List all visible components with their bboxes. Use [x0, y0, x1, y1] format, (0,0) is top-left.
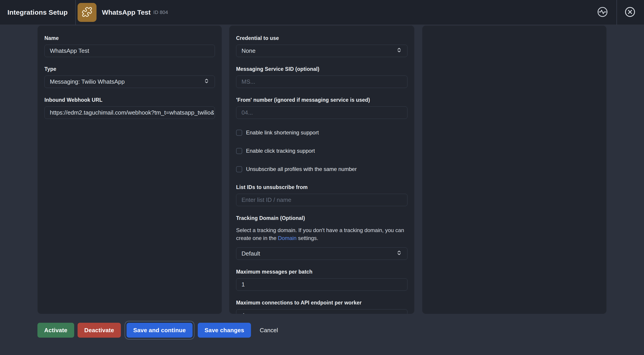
- activity-pulse-icon: [597, 6, 608, 18]
- tracking-domain-label: Tracking Domain (Optional): [236, 215, 408, 221]
- puzzle-icon: [82, 6, 92, 18]
- help-text-after: settings.: [296, 235, 318, 241]
- chevron-up-down-icon: [396, 46, 402, 55]
- cancel-button[interactable]: Cancel: [256, 327, 282, 334]
- messaging-sid-input[interactable]: [236, 76, 408, 88]
- credential-field-group: Credential to use None: [236, 35, 408, 57]
- close-button[interactable]: [623, 5, 637, 20]
- tracking-domain-help-text: Select a tracking domain. If you don't h…: [236, 226, 408, 242]
- click-tracking-checkbox[interactable]: [236, 148, 242, 154]
- unsubscribe-all-checkbox[interactable]: [236, 166, 242, 172]
- app-header: Integrations Setup WhatsApp Test ID 804: [0, 0, 644, 25]
- list-ids-input[interactable]: [236, 194, 408, 206]
- messaging-sid-field-group: Messaging Service SID (optional): [236, 66, 408, 88]
- deactivate-button[interactable]: Deactivate: [78, 323, 121, 338]
- link-shortening-checkbox[interactable]: [236, 130, 242, 136]
- name-label: Name: [44, 35, 215, 41]
- max-connections-field-group: Maximum connections to API endpoint per …: [236, 300, 408, 314]
- list-ids-field-group: List IDs to unsubscribe from: [236, 184, 408, 206]
- max-messages-field-group: Maximum messages per batch: [236, 269, 408, 291]
- integration-tile: [78, 3, 96, 22]
- chevron-up-down-icon: [396, 249, 402, 258]
- webhook-url-input[interactable]: [44, 106, 215, 119]
- type-select[interactable]: Messaging: Twilio WhatsApp: [44, 76, 215, 88]
- provider-settings-panel: Credential to use None Messaging Service…: [229, 26, 414, 314]
- click-tracking-row: Enable click tracking support: [236, 148, 408, 154]
- integration-id-badge: ID 804: [153, 10, 168, 15]
- close-circle-icon: [624, 6, 636, 18]
- save-and-continue-button[interactable]: Save and continue: [126, 323, 192, 338]
- name-input[interactable]: [44, 45, 215, 57]
- details-panel: [422, 26, 606, 314]
- main-content: Name Type Messaging: Twilio WhatsApp Inb…: [0, 25, 644, 355]
- messaging-sid-label: Messaging Service SID (optional): [236, 66, 408, 72]
- activate-button[interactable]: Activate: [38, 323, 74, 338]
- credential-select[interactable]: None: [236, 45, 408, 57]
- link-shortening-row: Enable link shortening support: [236, 130, 408, 136]
- save-changes-button[interactable]: Save changes: [198, 323, 251, 338]
- click-tracking-label: Enable click tracking support: [246, 148, 315, 154]
- webhook-url-label: Inbound Webhook URL: [44, 97, 215, 103]
- tracking-domain-select-value: Default: [242, 250, 260, 257]
- activity-log-button[interactable]: [595, 5, 610, 20]
- max-messages-input[interactable]: [236, 278, 408, 291]
- credential-select-value: None: [242, 47, 256, 54]
- header-actions: [595, 0, 637, 25]
- name-field-group: Name: [44, 35, 215, 57]
- options-checkbox-group: Enable link shortening support Enable cl…: [236, 130, 408, 172]
- from-number-input[interactable]: [236, 106, 408, 119]
- max-messages-label: Maximum messages per batch: [236, 269, 408, 275]
- unsubscribe-all-label: Unsubscribe all profiles with the same n…: [246, 166, 357, 172]
- tracking-domain-field-group: Tracking Domain (Optional) Select a trac…: [236, 215, 408, 260]
- general-settings-panel: Name Type Messaging: Twilio WhatsApp Inb…: [38, 26, 222, 314]
- header-divider: [75, 0, 76, 25]
- max-connections-input[interactable]: [236, 309, 408, 314]
- tracking-domain-select[interactable]: Default: [236, 248, 408, 260]
- link-shortening-label: Enable link shortening support: [246, 130, 319, 136]
- from-number-label: 'From' number (ignored if messaging serv…: [236, 97, 408, 103]
- help-text-before: Select a tracking domain. If you don't h…: [236, 227, 404, 241]
- unsubscribe-all-row: Unsubscribe all profiles with the same n…: [236, 166, 408, 172]
- page-title: Integrations Setup: [8, 8, 68, 16]
- action-bar: Activate Deactivate Save and continue Sa…: [38, 323, 282, 338]
- max-connections-label: Maximum connections to API endpoint per …: [236, 300, 408, 306]
- domain-settings-link[interactable]: Domain: [278, 235, 296, 241]
- type-label: Type: [44, 66, 215, 72]
- webhook-field-group: Inbound Webhook URL: [44, 97, 215, 119]
- credential-label: Credential to use: [236, 35, 408, 41]
- from-number-field-group: 'From' number (ignored if messaging serv…: [236, 97, 408, 119]
- type-select-value: Messaging: Twilio WhatsApp: [50, 78, 125, 85]
- integration-name: WhatsApp Test: [102, 8, 151, 16]
- type-field-group: Type Messaging: Twilio WhatsApp: [44, 66, 215, 88]
- chevron-up-down-icon: [204, 77, 210, 86]
- list-ids-label: List IDs to unsubscribe from: [236, 184, 408, 190]
- header-divider: [616, 0, 617, 25]
